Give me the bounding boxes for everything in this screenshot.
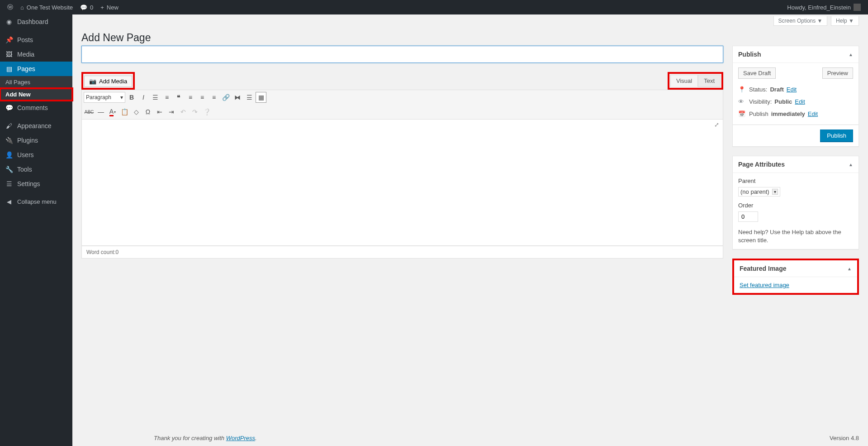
site-name: One Test Website: [27, 4, 73, 11]
new-label: New: [107, 4, 119, 11]
comments-link[interactable]: 💬0: [76, 0, 97, 14]
wp-logo[interactable]: ⓦ: [4, 0, 17, 14]
new-content[interactable]: +New: [97, 0, 122, 14]
admin-bar: ⓦ ⌂One Test Website 💬0 +New Howdy, Einfr…: [0, 0, 868, 14]
comments-count: 0: [90, 4, 93, 11]
howdy-text: Howdy, Einfred_Einstein: [787, 4, 851, 11]
avatar: [854, 4, 861, 11]
wordpress-icon: ⓦ: [7, 3, 13, 11]
plus-icon: +: [100, 4, 104, 11]
site-link[interactable]: ⌂One Test Website: [17, 0, 76, 14]
home-icon: ⌂: [20, 4, 24, 11]
user-greeting[interactable]: Howdy, Einfred_Einstein: [783, 0, 864, 14]
comment-icon: 💬: [80, 4, 87, 11]
